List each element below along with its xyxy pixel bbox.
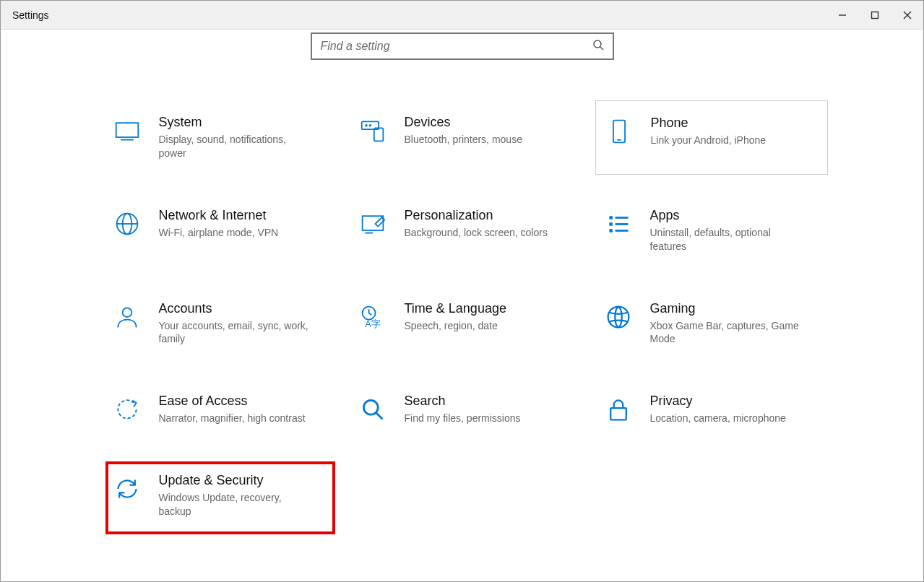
apps-icon	[604, 209, 633, 238]
category-title: Search	[405, 394, 574, 409]
category-title: Network & Internet	[159, 208, 328, 223]
maximize-button[interactable]	[858, 1, 891, 30]
category-desc: Xbox Game Bar, captures, Game Mode	[650, 319, 802, 347]
search-input[interactable]	[321, 40, 592, 53]
category-privacy[interactable]: Privacy Location, camera, microphone	[600, 389, 824, 430]
svg-rect-31	[610, 409, 626, 420]
svg-point-4	[594, 40, 601, 48]
category-title: Gaming	[650, 301, 819, 316]
category-accounts[interactable]: Accounts Your accounts, email, sync, wor…	[108, 297, 332, 351]
privacy-icon	[604, 395, 633, 424]
search-category-icon	[358, 395, 387, 424]
svg-text:A字: A字	[365, 318, 380, 329]
category-apps[interactable]: Apps Uninstall, defaults, optional featu…	[600, 204, 824, 258]
category-update[interactable]: Update & Security Windows Update, recove…	[108, 464, 332, 531]
svg-rect-17	[362, 216, 383, 230]
svg-rect-19	[609, 216, 613, 220]
category-search[interactable]: Search Find my files, permissions	[354, 389, 578, 430]
search-container	[1, 32, 923, 60]
svg-rect-1	[871, 12, 878, 18]
category-personalization[interactable]: Personalization Background, lock screen,…	[354, 204, 578, 258]
category-desc: Uninstall, defaults, optional features	[650, 226, 802, 253]
svg-line-5	[600, 47, 603, 50]
category-title: Accounts	[159, 301, 328, 316]
categories-grid: System Display, sound, notifications, po…	[108, 110, 816, 523]
svg-point-11	[369, 125, 371, 126]
network-icon	[113, 209, 142, 238]
devices-icon	[358, 116, 387, 145]
update-icon	[113, 474, 142, 503]
svg-rect-6	[116, 123, 138, 137]
category-title: Time & Language	[405, 301, 574, 316]
category-time[interactable]: A字 Time & Language Speech, region, date	[354, 297, 578, 351]
close-button[interactable]	[891, 1, 923, 30]
category-desc: Wi-Fi, airplane mode, VPN	[159, 226, 311, 240]
svg-line-30	[376, 413, 382, 420]
category-network[interactable]: Network & Internet Wi-Fi, airplane mode,…	[108, 204, 332, 258]
category-devices[interactable]: Devices Bluetooth, printers, mouse	[354, 110, 578, 165]
accounts-icon	[113, 303, 142, 331]
category-desc: Display, sound, notifications, power	[159, 133, 311, 160]
category-title: Devices	[405, 115, 574, 130]
svg-rect-21	[609, 229, 613, 233]
gaming-icon	[604, 303, 633, 331]
window-title: Settings	[12, 9, 49, 21]
svg-point-28	[608, 306, 629, 327]
ease-icon	[113, 395, 142, 424]
category-title: Personalization	[405, 208, 574, 223]
category-title: Phone	[651, 116, 819, 131]
svg-point-25	[122, 308, 131, 317]
category-gaming[interactable]: Gaming Xbox Game Bar, captures, Game Mod…	[600, 297, 824, 351]
time-icon: A字	[358, 303, 387, 331]
svg-point-29	[363, 401, 378, 415]
minimize-button[interactable]	[826, 1, 858, 30]
svg-rect-22	[615, 217, 628, 219]
category-phone[interactable]: Phone Link your Android, iPhone	[595, 100, 828, 175]
svg-point-10	[366, 125, 367, 126]
category-title: Apps	[650, 208, 819, 223]
svg-rect-24	[615, 230, 628, 232]
category-desc: Bluetooth, printers, mouse	[405, 133, 556, 147]
category-desc: Your accounts, email, sync, work, family	[159, 319, 311, 347]
category-desc: Narrator, magnifier, high contrast	[159, 412, 311, 425]
window-controls	[826, 1, 923, 30]
category-title: Privacy	[650, 394, 819, 409]
category-desc: Link your Android, iPhone	[651, 134, 803, 147]
category-ease[interactable]: Ease of Access Narrator, magnifier, high…	[108, 389, 332, 430]
category-desc: Background, lock screen, colors	[405, 226, 556, 240]
category-desc: Location, camera, microphone	[650, 412, 802, 425]
svg-rect-12	[613, 121, 624, 143]
personalization-icon	[358, 209, 387, 238]
phone-icon	[605, 117, 634, 146]
category-system[interactable]: System Display, sound, notifications, po…	[108, 110, 332, 165]
category-desc: Find my files, permissions	[405, 412, 556, 425]
search-icon	[592, 39, 604, 53]
category-title: Update & Security	[159, 473, 328, 488]
svg-rect-23	[615, 223, 628, 225]
titlebar: Settings	[1, 1, 923, 30]
category-title: System	[159, 115, 328, 130]
category-desc: Speech, region, date	[405, 319, 556, 333]
category-desc: Windows Update, recovery, backup	[159, 491, 311, 518]
search-box[interactable]	[311, 32, 614, 60]
category-title: Ease of Access	[159, 394, 328, 409]
svg-rect-20	[609, 222, 613, 226]
system-icon	[113, 116, 142, 145]
